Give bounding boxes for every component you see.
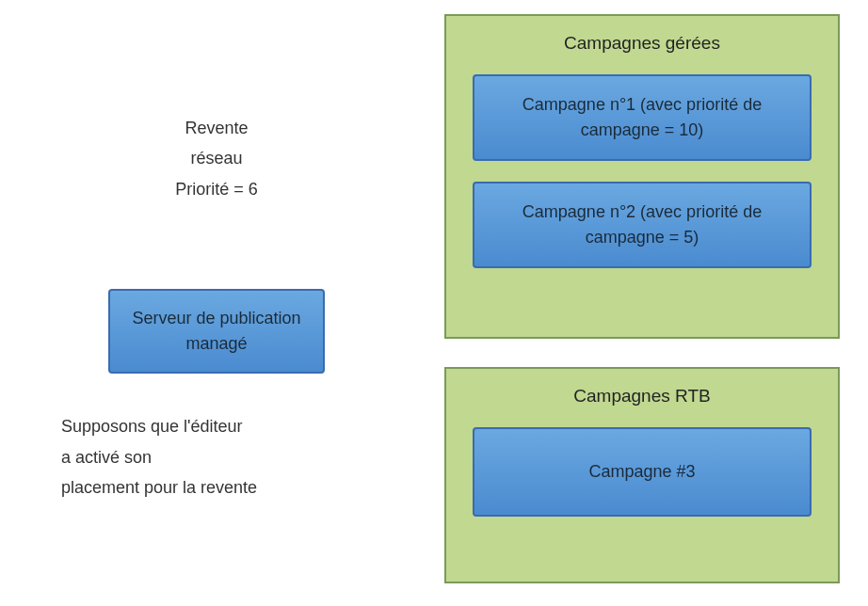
left-column: Revente réseau Priorité = 6 Serveur de p… bbox=[56, 113, 377, 502]
managed-campaigns-panel: Campagnes gérées Campagne n°1 (avec prio… bbox=[444, 14, 840, 339]
managed-campaigns-title: Campagnes gérées bbox=[465, 33, 819, 54]
publisher-server-box: Serveur de publication managé bbox=[108, 289, 325, 374]
assumption-line2: a activé son bbox=[61, 442, 377, 472]
campaign-3-box: Campagne #3 bbox=[473, 427, 812, 517]
rtb-campaigns-title: Campagnes RTB bbox=[465, 386, 819, 407]
network-resale-info: Revente réseau Priorité = 6 bbox=[94, 113, 339, 204]
campaign-2-label: Campagne n°2 (avec priorité de campagne … bbox=[486, 199, 798, 250]
campaign-2-box: Campagne n°2 (avec priorité de campagne … bbox=[473, 182, 812, 268]
rtb-campaigns-panel: Campagnes RTB Campagne #3 bbox=[444, 367, 840, 583]
publisher-server-label: Serveur de publication managé bbox=[121, 306, 312, 357]
network-label: réseau bbox=[94, 143, 339, 173]
assumption-note: Supposons que l'éditeur a activé son pla… bbox=[56, 411, 377, 502]
assumption-line1: Supposons que l'éditeur bbox=[61, 411, 377, 441]
campaign-1-label: Campagne n°1 (avec priorité de campagne … bbox=[486, 92, 798, 143]
assumption-line3: placement pour la revente bbox=[61, 472, 377, 502]
resale-label: Revente bbox=[94, 113, 339, 143]
priority-label: Priorité = 6 bbox=[94, 174, 339, 204]
campaign-3-label: Campagne #3 bbox=[588, 459, 695, 485]
campaign-1-box: Campagne n°1 (avec priorité de campagne … bbox=[473, 74, 812, 161]
